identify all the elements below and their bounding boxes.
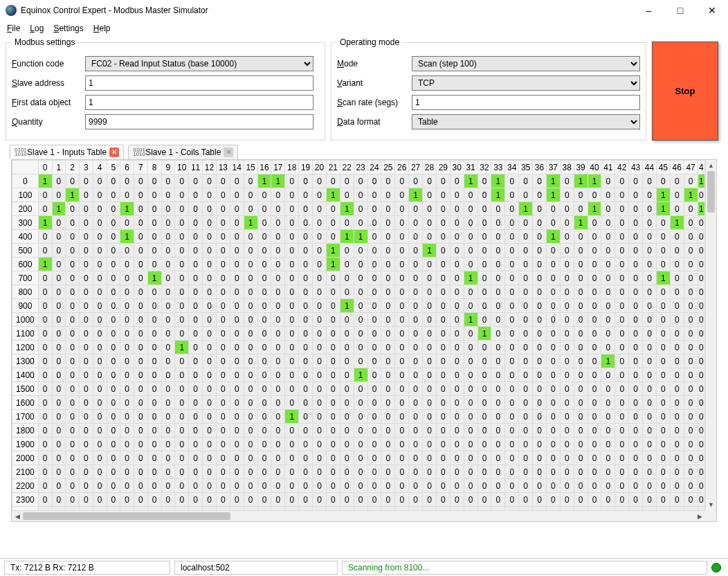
data-cell[interactable]: 0 xyxy=(161,368,175,382)
data-cell[interactable]: 0 xyxy=(313,188,327,202)
data-cell[interactable]: 0 xyxy=(588,354,601,368)
data-cell[interactable]: 0 xyxy=(120,493,134,507)
data-cell[interactable]: 0 xyxy=(134,327,148,341)
data-cell[interactable]: 0 xyxy=(147,424,161,438)
data-cell[interactable]: 0 xyxy=(588,438,601,451)
data-cell[interactable]: 0 xyxy=(175,368,189,382)
tab-coils-table[interactable]: 01011010 Slave 1 - Coils Table ✕ xyxy=(128,145,238,159)
data-cell[interactable]: 0 xyxy=(38,244,52,258)
data-cell[interactable]: 0 xyxy=(299,424,313,438)
data-cell[interactable]: 0 xyxy=(203,216,217,230)
data-cell[interactable]: 0 xyxy=(175,285,189,299)
data-cell[interactable]: 0 xyxy=(52,285,66,299)
data-cell[interactable]: 0 xyxy=(175,327,189,341)
data-cell[interactable]: 0 xyxy=(93,341,107,354)
data-cell[interactable]: 0 xyxy=(66,271,80,285)
data-cell[interactable]: 0 xyxy=(477,258,491,271)
data-cell[interactable]: 0 xyxy=(436,271,450,285)
data-cell[interactable]: 0 xyxy=(175,188,189,202)
data-cell[interactable]: 0 xyxy=(161,299,175,313)
data-cell[interactable]: 0 xyxy=(381,258,395,271)
data-cell[interactable]: 0 xyxy=(670,285,684,299)
data-cell[interactable]: 0 xyxy=(395,327,409,341)
data-cell[interactable]: 0 xyxy=(80,216,93,230)
data-cell[interactable]: 0 xyxy=(477,202,491,216)
data-cell[interactable]: 0 xyxy=(161,479,175,493)
data-cell[interactable]: 0 xyxy=(285,382,299,396)
data-cell[interactable]: 0 xyxy=(464,258,477,271)
data-cell[interactable]: 0 xyxy=(409,396,423,410)
data-cell[interactable]: 0 xyxy=(147,230,161,244)
data-cell[interactable]: 0 xyxy=(601,465,615,479)
data-cell[interactable]: 0 xyxy=(698,299,704,313)
data-cell[interactable]: 0 xyxy=(161,313,175,327)
data-cell[interactable]: 0 xyxy=(367,258,381,271)
data-cell[interactable]: 0 xyxy=(161,493,175,507)
data-cell[interactable]: 0 xyxy=(299,465,313,479)
data-cell[interactable]: 0 xyxy=(436,327,450,341)
data-cell[interactable]: 0 xyxy=(546,327,560,341)
data-cell[interactable]: 0 xyxy=(326,271,340,285)
data-cell[interactable]: 0 xyxy=(313,479,327,493)
data-cell[interactable]: 0 xyxy=(134,382,148,396)
data-cell[interactable]: 0 xyxy=(588,451,601,465)
data-cell[interactable]: 0 xyxy=(38,396,52,410)
data-cell[interactable]: 0 xyxy=(491,285,505,299)
data-cell[interactable]: 0 xyxy=(629,354,643,368)
data-cell[interactable]: 0 xyxy=(367,285,381,299)
data-cell[interactable]: 0 xyxy=(588,230,601,244)
data-cell[interactable]: 0 xyxy=(519,285,533,299)
data-cell[interactable]: 0 xyxy=(367,382,381,396)
data-cell[interactable]: 0 xyxy=(299,285,313,299)
data-cell[interactable]: 0 xyxy=(147,410,161,424)
data-cell[interactable]: 0 xyxy=(216,313,230,327)
data-cell[interactable]: 0 xyxy=(313,354,327,368)
data-cell[interactable]: 0 xyxy=(299,216,313,230)
data-cell[interactable]: 1 xyxy=(546,174,560,188)
data-cell[interactable]: 0 xyxy=(340,410,354,424)
data-cell[interactable]: 0 xyxy=(354,258,367,271)
data-cell[interactable]: 0 xyxy=(519,438,533,451)
data-cell[interactable]: 0 xyxy=(244,368,257,382)
data-cell[interactable]: 0 xyxy=(560,410,574,424)
data-cell[interactable]: 0 xyxy=(367,438,381,451)
data-cell[interactable]: 0 xyxy=(505,313,519,327)
data-cell[interactable]: 0 xyxy=(285,271,299,285)
data-cell[interactable]: 0 xyxy=(477,341,491,354)
data-cell[interactable]: 0 xyxy=(354,299,367,313)
data-cell[interactable]: 0 xyxy=(257,299,271,313)
data-cell[interactable]: 0 xyxy=(271,424,285,438)
data-cell[interactable]: 0 xyxy=(203,244,217,258)
data-cell[interactable]: 0 xyxy=(409,438,423,451)
data-cell[interactable]: 0 xyxy=(533,341,547,354)
data-cell[interactable]: 0 xyxy=(175,396,189,410)
data-cell[interactable]: 1 xyxy=(698,202,704,216)
data-cell[interactable]: 0 xyxy=(161,216,175,230)
data-cell[interactable]: 1 xyxy=(120,202,134,216)
data-cell[interactable]: 0 xyxy=(684,354,698,368)
data-cell[interactable]: 0 xyxy=(66,382,80,396)
data-cell[interactable]: 0 xyxy=(271,258,285,271)
data-cell[interactable]: 0 xyxy=(52,299,66,313)
data-cell[interactable]: 0 xyxy=(643,368,657,382)
data-cell[interactable]: 0 xyxy=(381,285,395,299)
data-cell[interactable]: 0 xyxy=(533,479,547,493)
data-cell[interactable]: 0 xyxy=(698,216,704,230)
data-cell[interactable]: 0 xyxy=(161,244,175,258)
data-cell[interactable]: 0 xyxy=(588,493,601,507)
data-cell[interactable]: 0 xyxy=(80,465,93,479)
data-cell[interactable]: 0 xyxy=(615,244,629,258)
data-cell[interactable]: 0 xyxy=(560,285,574,299)
data-cell[interactable]: 0 xyxy=(93,465,107,479)
data-cell[interactable]: 0 xyxy=(491,230,505,244)
data-cell[interactable]: 0 xyxy=(313,493,327,507)
data-cell[interactable]: 0 xyxy=(381,327,395,341)
data-cell[interactable]: 0 xyxy=(203,368,217,382)
data-cell[interactable]: 1 xyxy=(684,188,698,202)
close-button[interactable]: ✕ xyxy=(696,0,728,21)
data-cell[interactable]: 0 xyxy=(533,438,547,451)
data-cell[interactable]: 0 xyxy=(533,493,547,507)
data-cell[interactable]: 0 xyxy=(367,451,381,465)
data-cell[interactable]: 0 xyxy=(560,341,574,354)
data-cell[interactable]: 0 xyxy=(175,424,189,438)
